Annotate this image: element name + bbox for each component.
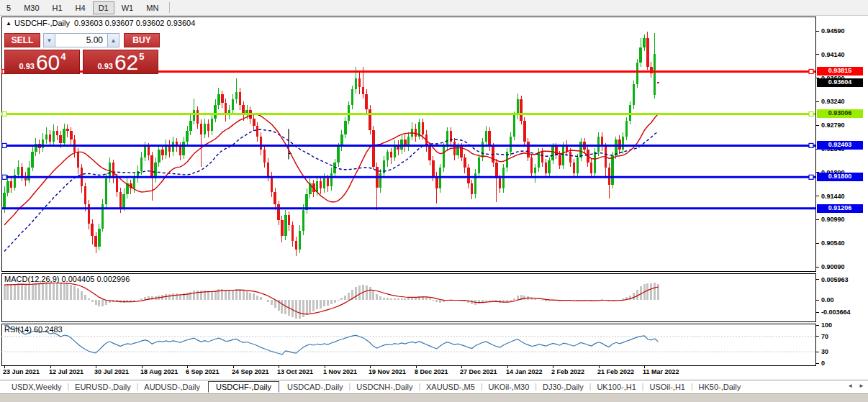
candle-body [390, 152, 392, 157]
chart-tab-eurusd-daily[interactable]: EURUSD-,Daily [69, 382, 137, 392]
macd-histogram-bar [189, 292, 191, 300]
hline-handle[interactable] [2, 175, 6, 179]
macd-histogram-bar [355, 287, 357, 300]
macd-histogram-bar [267, 300, 269, 302]
candle-body [17, 167, 19, 175]
buy-price-prefix: 0.93 [97, 62, 112, 70]
current-price-badge: 0.93604 [817, 78, 863, 87]
hline-handle[interactable] [809, 111, 813, 116]
buy-button[interactable]: BUY [124, 33, 160, 47]
hline-handle[interactable] [2, 111, 6, 116]
macd-histogram-bar [338, 300, 340, 301]
candle-body [49, 134, 51, 142]
hline-handle[interactable] [2, 143, 6, 147]
macd-histogram-bar [541, 300, 543, 301]
candle-body [302, 210, 304, 231]
chart-ohlc-values: 0.93603 0.93607 0.93602 0.93604 [74, 19, 195, 27]
macd-histogram-bar [70, 285, 72, 300]
tab-scroll-right-icon[interactable]: ► [859, 383, 864, 389]
volume-increase-button[interactable]: ▲ [107, 33, 119, 47]
macd-histogram-bar [482, 300, 484, 302]
macd-histogram-bar [312, 300, 315, 311]
volume-decrease-button[interactable]: ▼ [43, 33, 55, 47]
macd-histogram-bar [42, 283, 44, 300]
candle-body [221, 94, 223, 103]
chart-tab-xauusd-m5[interactable]: XAUUSD-,M5 [420, 382, 481, 392]
candle-body [330, 173, 333, 187]
hline-handle[interactable] [809, 143, 813, 147]
candle-body [415, 129, 417, 136]
macd-histogram-bar [256, 296, 258, 300]
price-badge-0.92403: 0.92403 [817, 141, 863, 150]
macd-histogram-bar [6, 284, 9, 300]
chart-tab-dj30-daily[interactable]: DJ30-,Daily [537, 382, 589, 392]
candle-body [207, 124, 209, 131]
candle-body [6, 181, 9, 193]
candle-body [182, 142, 184, 155]
candle-body [344, 121, 346, 134]
candle-body [21, 167, 23, 176]
sell-button[interactable]: SELL [4, 33, 40, 47]
macd-histogram-bar [534, 299, 536, 300]
chart-tab-ukoil-m30[interactable]: UKOil-,M30 [482, 382, 535, 392]
macd-histogram-bar [98, 300, 100, 306]
candle-body [161, 150, 163, 155]
chart-tab-usoil-h1[interactable]: USOil-,H1 [643, 382, 691, 392]
candle-body [116, 178, 118, 192]
candle-body [629, 105, 631, 121]
collapse-triangle-icon[interactable]: ▲ [6, 20, 12, 27]
rsi-tick-label: 100 [821, 321, 832, 329]
candle-body [323, 178, 325, 189]
sell-price-display[interactable]: 0.93604 [4, 50, 80, 74]
candle-body [615, 140, 617, 155]
candle-body [122, 194, 125, 208]
macd-histogram-bar [513, 298, 515, 300]
macd-histogram-bar [411, 297, 413, 300]
buy-price-pip-digit: 5 [139, 51, 144, 62]
candle-body [590, 163, 592, 173]
macd-histogram-bar [601, 299, 603, 300]
candle-body [281, 220, 283, 236]
candle-body [643, 38, 645, 47]
macd-histogram-bar [274, 300, 276, 308]
candle-body [154, 163, 156, 178]
candle-body [316, 181, 318, 192]
candle-body [559, 155, 561, 166]
macd-histogram-bar [4, 285, 6, 300]
candle-body [348, 105, 350, 121]
candle-body [211, 119, 213, 131]
chart-symbol-label: USDCHF-,Daily [14, 19, 70, 27]
candle-body [365, 94, 367, 109]
candle-body [541, 152, 543, 163]
candle-body [495, 163, 497, 178]
macd-histogram-bar [284, 300, 286, 314]
hline-handle[interactable] [809, 175, 813, 179]
candle-body [657, 82, 659, 83]
macd-histogram-bar [407, 298, 410, 300]
hline-handle[interactable] [809, 69, 813, 73]
candle-body [94, 236, 96, 247]
macd-histogram-bar [225, 290, 227, 300]
candle-body [193, 110, 195, 121]
buy-price-display[interactable]: 0.93625 [83, 50, 158, 74]
candle-body [267, 163, 269, 176]
candle-body [27, 168, 30, 180]
tab-scroll-left-icon[interactable]: ◄ [847, 383, 853, 389]
candle-body [327, 178, 329, 187]
macd-histogram-bar [260, 297, 262, 300]
chart-tab-usdchf-daily[interactable]: USDCHF-,Daily [208, 381, 279, 393]
volume-input[interactable] [55, 33, 107, 47]
chart-tab-usdcad-daily[interactable]: USDCAD-,Daily [281, 382, 349, 392]
chart-tab-usdx-weekly[interactable]: USDX,Weekly [6, 382, 67, 392]
macd-histogram-bar [523, 296, 525, 300]
date-label: 30 Jul 2021 [94, 368, 129, 375]
candle-body [488, 131, 490, 147]
macd-histogram-bar [253, 293, 255, 300]
chart-tab-uk100-h1[interactable]: UK100-,H1 [591, 382, 641, 392]
chart-tab-audusd-daily[interactable]: AUDUSD-,Daily [138, 382, 206, 392]
chart-tab-usdcnh-daily[interactable]: USDCNH-,Daily [351, 382, 418, 392]
chart-tab-hk50-daily[interactable]: HK50-,Daily [693, 382, 747, 392]
one-click-trading-panel: SELL ▼ ▲ BUY 0.93604 0.93625 [4, 33, 160, 74]
candle-body [66, 129, 68, 131]
macd-histogram-bar [17, 283, 19, 300]
